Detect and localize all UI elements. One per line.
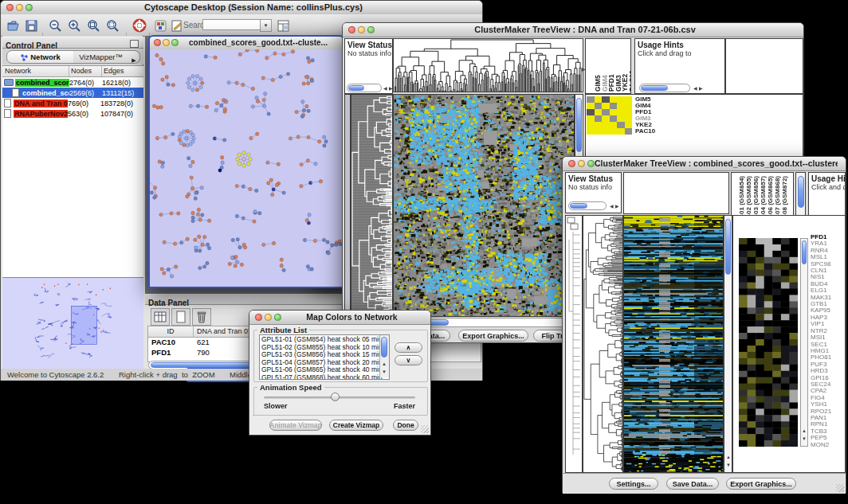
scroll-left-icon[interactable]: ◀ [693,86,697,91]
scroll-right-icon[interactable]: ▶ [615,204,619,209]
tv2-global-view[interactable] [566,216,582,472]
search-input[interactable] [202,19,261,30]
minimize-icon[interactable] [265,314,272,321]
col-header-network[interactable]: Network [2,66,69,76]
data-col-id[interactable]: ID [148,326,194,337]
tv1-heatmap[interactable] [394,95,574,316]
zoom-fit-icon[interactable] [86,18,101,33]
scroll-down-icon[interactable]: ▼ [726,463,731,467]
tv2-vscrollbar[interactable]: ▲ ▼ [724,215,732,473]
create-vizmapbutton[interactable]: Create Vizmap [329,420,383,431]
speed-slider-track[interactable] [264,397,415,399]
tv1-usage-scrollbar[interactable] [639,84,690,92]
network-row[interactable]: combined_scores2764(0)16218(0) [2,77,143,88]
zoom-window-icon[interactable] [26,4,33,11]
zoom-window-icon[interactable] [171,39,179,46]
tab-vizmapper[interactable]: VizMapper™ [73,50,129,64]
float-panel-icon[interactable] [130,40,139,48]
close-icon[interactable] [568,160,575,167]
zoom-selected-icon[interactable] [105,18,120,33]
attribute-listbox[interactable]: GPL51-01 (GSM854) heat shock 05 minGPL51… [259,334,390,380]
dialog-title-bar[interactable]: Map Colors to Network [249,311,430,325]
layout-icon[interactable] [276,18,291,33]
animate-vizmapbutton[interactable]: Animate Vizmap [269,420,322,431]
tv2-button[interactable]: Save Data... [666,478,719,490]
network-row[interactable]: RNAPuberNov2+563(0)107847(0) [2,108,143,119]
network-row[interactable]: combined_sco2569(6)13112(15) [2,88,143,98]
attribute-list-item[interactable]: GPL51-07 (GSM868) heat shock 60 min [261,374,383,380]
tv2-button[interactable]: Settings... [609,478,658,490]
resize-grip[interactable] [421,425,429,433]
open-icon[interactable] [6,18,22,33]
tv2-heatmap[interactable] [624,216,723,472]
zoom-window-icon[interactable] [367,26,375,33]
col-header-edges[interactable]: Edges [102,66,143,76]
scroll-left-icon[interactable]: ◀ [383,86,387,91]
tab-network[interactable]: Network [6,50,75,64]
network-row[interactable]: DNA and Tran 07769(0)183728(0) [2,98,143,108]
tv2-gene-dendrogram[interactable] [583,216,622,472]
tv1-mini-heatmap[interactable] [587,96,632,135]
tab-overflow-button[interactable]: ▶ [128,50,140,64]
tv1-column-dendrogram[interactable] [394,39,583,92]
new-attribute-icon[interactable] [171,308,190,326]
tv1-global-strip[interactable] [344,94,351,317]
col-header-nodes[interactable]: Nodes [69,66,102,76]
zoom-window-icon[interactable] [587,160,595,167]
network1-title-bar[interactable]: combined_scores_good.txt--cluste... [150,37,343,50]
tv1-button[interactable]: Export Graphics... [458,330,528,342]
save-icon[interactable] [24,18,39,33]
main-title-bar[interactable]: Cytoscape Desktop (Session Name: collins… [1,1,482,15]
scroll-up-icon[interactable]: ▲ [726,455,731,459]
minimize-icon[interactable] [16,4,23,11]
scroll-left-icon[interactable]: ◀ [610,204,614,209]
scroll-up-icon[interactable]: ▲ [382,361,387,366]
network1-view[interactable] [150,49,343,287]
heatmap-column-label[interactable]: PAC10 [628,70,632,92]
tv2-button[interactable]: Export Graphics... [726,478,796,490]
splitter-arrow-icon[interactable]: ▶ [582,67,586,72]
treeview1-title-bar[interactable]: ClusterMaker TreeView : DNA and Tran 07-… [343,23,803,37]
birdseye-view[interactable] [2,278,143,369]
speed-slider-thumb[interactable] [331,393,340,401]
treeview2-title-bar[interactable]: ClusterMaker TreeView : combined_scores_… [563,157,846,171]
mini-heatmap-cell [587,96,595,103]
trash-icon[interactable] [192,308,211,326]
tv2-zoom-vscrollbar[interactable]: ▲ ▼ [800,238,808,447]
search-dropdown-button[interactable]: ▼ [260,19,272,32]
gene-label[interactable]: MON2 [811,442,831,448]
zoom-out-icon[interactable] [48,18,63,33]
scroll-down-icon[interactable]: ▼ [802,436,807,441]
mini-heatmap-cell [610,128,618,135]
close-icon[interactable] [348,26,355,33]
annotation-icon[interactable] [169,18,184,33]
heatmap-row-label[interactable]: PAC10 [635,128,655,135]
close-icon[interactable] [255,314,262,321]
scroll-down-icon[interactable]: ▼ [382,369,387,374]
tv1-gene-dendrogram[interactable] [351,95,392,316]
close-icon[interactable] [154,39,161,46]
mini-heatmap-cell [587,115,595,122]
tv1-view-status-text: No status info for [347,49,392,57]
resize-grip[interactable] [836,484,844,492]
tv2-usage-hints-title: Usage Hints [811,174,845,183]
listbox-vscrollbar[interactable]: ▲ ▼ [379,335,389,377]
minimize-icon[interactable] [358,26,365,33]
scroll-up-icon[interactable]: ▲ [802,428,807,433]
move-down-button[interactable]: ∨ [395,355,422,365]
scroll-right-icon[interactable]: ▶ [389,86,393,91]
vizmapper-icon[interactable] [153,18,168,33]
tv2-status-scrollbar[interactable] [568,201,607,210]
help-icon[interactable] [132,18,147,33]
tv2-zoom-heatmap[interactable] [739,238,798,447]
tv1-status-scrollbar[interactable] [347,84,382,92]
donebutton[interactable]: Done [393,420,418,431]
move-up-button[interactable]: ∧ [395,342,422,353]
close-icon[interactable] [6,4,14,11]
minimize-icon[interactable] [163,39,170,46]
zoom-window-icon[interactable] [274,314,281,321]
zoom-in-icon[interactable] [67,18,82,33]
scroll-right-icon[interactable]: ▶ [699,86,703,91]
table-select-icon[interactable] [151,308,170,326]
minimize-icon[interactable] [578,160,585,167]
